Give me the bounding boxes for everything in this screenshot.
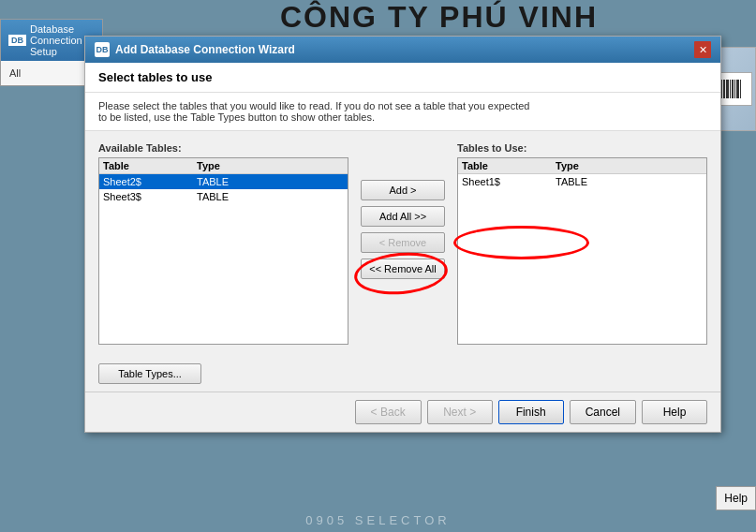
tables-to-use-header: Table Type: [458, 158, 706, 174]
wizard-title-icon: DB: [95, 42, 110, 57]
wizard-title-text: Add Database Connection Wizard: [115, 43, 295, 56]
available-col-table: Table: [103, 160, 197, 171]
use-table-row-0[interactable]: Sheet1$ TABLE: [458, 174, 706, 189]
instruction-line1: Please select the tables that you would …: [98, 100, 707, 111]
available-col-type: Type: [197, 160, 344, 171]
available-table-row-0[interactable]: Sheet2$ TABLE: [99, 174, 348, 189]
use-row0-type: TABLE: [556, 176, 703, 187]
tables-to-use-label: Tables to Use:: [457, 142, 707, 154]
cancel-button[interactable]: Cancel: [570, 400, 636, 424]
remove-button[interactable]: < Remove: [361, 232, 445, 253]
wizard-title-bar: DB Add Database Connection Wizard ✕: [85, 37, 720, 63]
table-types-area: Table Types...: [85, 356, 720, 392]
wizard-footer: < Back Next > Finish Cancel Help: [85, 392, 720, 432]
available-tables-header: Table Type: [99, 158, 348, 174]
watermark: 0905 SELECTOR: [305, 513, 450, 527]
next-button[interactable]: Next >: [427, 400, 493, 424]
available-tables-panel: Available Tables: Table Type Sheet2$ TAB…: [98, 142, 348, 345]
help-button[interactable]: Help: [642, 400, 707, 424]
available-table-row-1[interactable]: Sheet3$ TABLE: [99, 189, 348, 204]
wizard-dialog: DB Add Database Connection Wizard ✕ Sele…: [84, 36, 721, 433]
use-row0-name: Sheet1$: [462, 176, 556, 187]
outer-dialog-db-icon: DB: [8, 35, 26, 46]
available-row0-type: TABLE: [197, 176, 344, 187]
available-tables-list[interactable]: Table Type Sheet2$ TABLE Sheet3$ TABLE: [98, 157, 348, 345]
available-row1-name: Sheet3$: [103, 191, 197, 202]
wizard-title-left: DB Add Database Connection Wizard: [95, 42, 295, 57]
available-tables-label: Available Tables:: [98, 142, 348, 154]
tables-container: Available Tables: Table Type Sheet2$ TAB…: [98, 142, 707, 345]
finish-button[interactable]: Finish: [498, 400, 564, 424]
use-col-type: Type: [556, 160, 703, 171]
tables-to-use-list[interactable]: Table Type Sheet1$ TABLE: [457, 157, 707, 345]
middle-buttons: Add > Add All >> < Remove << Remove All: [356, 142, 450, 279]
close-button[interactable]: ✕: [694, 41, 711, 58]
add-button[interactable]: Add >: [361, 180, 445, 200]
instruction-line2: to be listed, use the Table Types button…: [98, 111, 707, 123]
wizard-content: Available Tables: Table Type Sheet2$ TAB…: [85, 131, 720, 356]
tables-to-use-panel: Tables to Use: Table Type Sheet1$ TABLE: [457, 142, 707, 345]
available-row0-name: Sheet2$: [103, 176, 197, 187]
wizard-subtitle: Select tables to use: [85, 63, 720, 93]
use-col-table: Table: [462, 160, 556, 171]
instruction-area: Please select the tables that you would …: [85, 93, 720, 131]
available-row1-type: TABLE: [197, 191, 344, 202]
back-button[interactable]: < Back: [355, 400, 422, 424]
partial-help-button[interactable]: Help: [716, 486, 756, 510]
table-types-button[interactable]: Table Types...: [98, 363, 201, 384]
add-all-button[interactable]: Add All >>: [361, 206, 445, 227]
remove-all-button[interactable]: << Remove All: [361, 259, 445, 279]
